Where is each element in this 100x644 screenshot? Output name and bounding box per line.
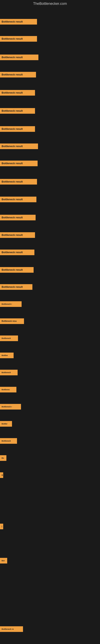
- bar-item: Bottleneck result: [0, 36, 37, 42]
- bar-label: Bottleneck result: [0, 36, 37, 42]
- bar-item: B: [0, 472, 3, 478]
- bar-label: Bottleneck r: [0, 301, 22, 307]
- bar-label: Bottleneck result: [0, 284, 32, 290]
- bar-label: Bottleneck result: [0, 215, 36, 220]
- bar-label: Bottleneck result: [0, 90, 35, 96]
- bar-item: Bottleneck result: [0, 215, 36, 220]
- bar-label: Bottleneck: [0, 438, 17, 444]
- bar-label: Bot: [0, 558, 7, 564]
- bar-item: Bottleneck result: [0, 54, 38, 60]
- bar-item: Bottleneck result: [0, 179, 37, 184]
- bar-item: Bottler: [0, 421, 12, 427]
- bar-item: Bottleneck: [0, 336, 18, 341]
- bar-item: Bottleneck result: [0, 160, 38, 166]
- bar-item: Bottleneck result: [0, 108, 35, 114]
- bar-item: Bottleneck result: [0, 196, 36, 202]
- bar-item: Bottlen: [0, 352, 14, 358]
- bar-item: Bottleneck resu: [0, 318, 24, 324]
- bar-item: Bot: [0, 558, 7, 564]
- bar-label: Bottleneck result: [0, 19, 37, 24]
- bar-label: Bottleneck: [0, 336, 18, 341]
- bar-item: Bottleneck result: [0, 126, 35, 132]
- bar-item: Bottleneck result: [0, 232, 35, 238]
- bar-label: Bo: [0, 455, 6, 461]
- bar-label: Bottleneck r: [0, 404, 21, 410]
- bar-item: Bo: [0, 455, 6, 461]
- bar-label: Bottleneck result: [0, 232, 35, 238]
- bar-label: Bottleneck result: [0, 250, 34, 255]
- bar-item: Bottleneck: [0, 438, 17, 444]
- bar-item: |: [0, 524, 3, 529]
- bar-label: Bottleneck: [0, 370, 18, 375]
- bar-label: Bottleneck result: [0, 144, 38, 149]
- bar-item: Bottleneck result: [0, 90, 35, 96]
- bar-label: Bottleneck resu: [0, 318, 24, 324]
- bar-label: |: [0, 524, 3, 529]
- bar-item: Bottleneck result: [0, 19, 37, 24]
- bar-item: Bottleneck re: [0, 626, 23, 632]
- bar-label: Bottleneck result: [0, 179, 37, 184]
- bar-label: Bottleneck result: [0, 196, 36, 202]
- bar-label: Bottleneck result: [0, 72, 36, 78]
- bar-item: Bottleneck result: [0, 144, 38, 149]
- bar-item: Bottleneck: [0, 370, 18, 375]
- bar-label: Bottleneck result: [0, 108, 35, 114]
- site-title: TheBottlenecker.com: [0, 0, 100, 8]
- bar-item: Bottleneck r: [0, 404, 21, 410]
- bar-label: Bottleneck result: [0, 54, 38, 60]
- bar-label: Bottlen: [0, 352, 14, 358]
- bar-label: Bottler: [0, 421, 12, 427]
- bar-label: Bottleneck result: [0, 160, 38, 166]
- bar-item: Bottleneck result: [0, 250, 34, 255]
- bar-item: Bottleneck result: [0, 72, 36, 78]
- bar-label: Bottlenec: [0, 387, 16, 392]
- chart-area: Bottleneck resultBottleneck resultBottle…: [0, 8, 100, 642]
- bar-item: Bottleneck r: [0, 301, 22, 307]
- bar-item: Bottleneck result: [0, 284, 32, 290]
- bar-label: Bottleneck result: [0, 126, 35, 132]
- bar-item: Bottleneck result: [0, 267, 34, 273]
- bar-label: Bottleneck result: [0, 267, 34, 273]
- bar-item: Bottlenec: [0, 387, 16, 392]
- bar-label: B: [0, 472, 3, 478]
- bar-label: Bottleneck re: [0, 626, 23, 632]
